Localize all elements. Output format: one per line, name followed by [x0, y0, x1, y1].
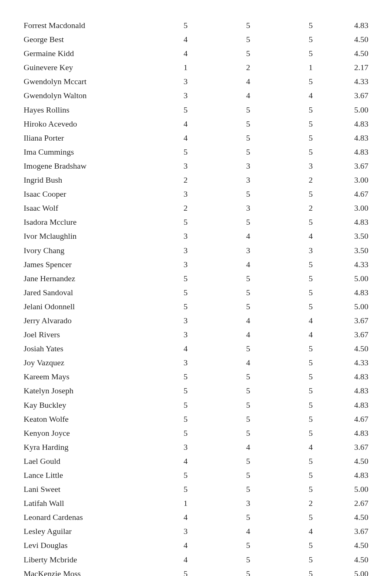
value-cell: 5: [127, 103, 189, 117]
value-cell: 5: [127, 384, 189, 398]
value-cell: 5: [252, 342, 314, 356]
value-cell: 4: [127, 342, 189, 356]
name-cell: Josiah Yates: [22, 342, 127, 356]
value-cell: 5: [189, 567, 252, 576]
name-cell: Kyra Harding: [22, 440, 127, 454]
value-cell: 5: [252, 370, 314, 384]
value-cell: 3: [252, 159, 314, 173]
value-cell: 5: [252, 272, 314, 286]
value-cell: 5: [127, 370, 189, 384]
value-cell: 5: [252, 18, 314, 32]
name-cell: Lael Gould: [22, 454, 127, 468]
value-cell: 3: [127, 356, 189, 370]
name-cell: James Spencer: [22, 258, 127, 272]
value-cell: 3.00: [314, 173, 370, 187]
value-cell: 3: [189, 159, 252, 173]
name-cell: Ima Cummings: [22, 145, 127, 159]
value-cell: 5: [252, 553, 314, 567]
table-row: Jared Sandoval5554.83: [22, 286, 370, 300]
value-cell: 5: [189, 426, 252, 440]
value-cell: 4.83: [314, 286, 370, 300]
value-cell: 5: [189, 538, 252, 552]
value-cell: 5: [127, 567, 189, 576]
value-cell: 1: [127, 61, 189, 75]
value-cell: 4: [189, 356, 252, 370]
name-cell: Keaton Wolfe: [22, 412, 127, 426]
value-cell: 5: [189, 398, 252, 412]
value-cell: 2: [252, 201, 314, 215]
table-row: Keaton Wolfe5554.67: [22, 412, 370, 426]
value-cell: 2: [127, 173, 189, 187]
value-cell: 5: [252, 75, 314, 89]
value-cell: 4.83: [314, 384, 370, 398]
name-cell: Isaac Cooper: [22, 187, 127, 201]
value-cell: 3.67: [314, 159, 370, 173]
value-cell: 5: [252, 131, 314, 145]
value-cell: 5: [127, 272, 189, 286]
value-cell: 5: [252, 384, 314, 398]
value-cell: 4: [189, 328, 252, 342]
table-row: James Spencer3454.33: [22, 258, 370, 272]
value-cell: 3: [127, 159, 189, 173]
table-row: Lael Gould4554.50: [22, 454, 370, 468]
value-cell: 5.00: [314, 300, 370, 314]
table-row: Ingrid Bush2323.00: [22, 173, 370, 187]
value-cell: 5: [252, 300, 314, 314]
table-row: Levi Douglas4554.50: [22, 538, 370, 552]
name-cell: Ingrid Bush: [22, 173, 127, 187]
table-row: Josiah Yates4554.50: [22, 342, 370, 356]
table-row: Kay Buckley5554.83: [22, 398, 370, 412]
value-cell: 5: [252, 510, 314, 524]
value-cell: 5: [252, 145, 314, 159]
value-cell: 5: [189, 131, 252, 145]
value-cell: 4: [189, 229, 252, 243]
name-cell: Levi Douglas: [22, 538, 127, 552]
value-cell: 5: [189, 510, 252, 524]
value-cell: 4: [127, 553, 189, 567]
value-cell: 5: [252, 356, 314, 370]
value-cell: 5: [189, 342, 252, 356]
table-row: Joy Vazquez3454.33: [22, 356, 370, 370]
value-cell: 4.83: [314, 215, 370, 229]
value-cell: 5: [252, 567, 314, 576]
name-cell: Ivory Chang: [22, 244, 127, 258]
value-cell: 4: [252, 524, 314, 538]
name-cell: Latifah Wall: [22, 496, 127, 510]
value-cell: 3: [252, 244, 314, 258]
table-row: Katelyn Joseph5554.83: [22, 384, 370, 398]
value-cell: 4: [127, 32, 189, 46]
name-cell: George Best: [22, 32, 127, 46]
value-cell: 4.33: [314, 356, 370, 370]
value-cell: 4.50: [314, 46, 370, 61]
table-row: MacKenzie Moss5555.00: [22, 567, 370, 576]
table-row: Lance Little5554.83: [22, 468, 370, 482]
value-cell: 5: [189, 145, 252, 159]
value-cell: 5: [189, 18, 252, 32]
value-cell: 3: [189, 244, 252, 258]
name-cell: Germaine Kidd: [22, 46, 127, 61]
value-cell: 2.17: [314, 61, 370, 75]
table-row: Forrest Macdonald5554.83: [22, 18, 370, 32]
value-cell: 2: [252, 173, 314, 187]
name-cell: Guinevere Key: [22, 61, 127, 75]
value-cell: 5: [189, 300, 252, 314]
value-cell: 4: [127, 131, 189, 145]
value-cell: 5: [189, 553, 252, 567]
table-row: Gwendolyn Walton3443.67: [22, 89, 370, 103]
value-cell: 4.50: [314, 32, 370, 46]
value-cell: 5: [252, 46, 314, 61]
value-cell: 5: [189, 32, 252, 46]
name-cell: Leonard Cardenas: [22, 510, 127, 524]
value-cell: 3: [127, 524, 189, 538]
value-cell: 5: [252, 32, 314, 46]
name-cell: Jared Sandoval: [22, 286, 127, 300]
name-cell: Hiroko Acevedo: [22, 117, 127, 131]
value-cell: 2: [189, 61, 252, 75]
value-cell: 4.50: [314, 538, 370, 552]
value-cell: 5: [189, 103, 252, 117]
table-row: Ivor Mclaughlin3443.50: [22, 229, 370, 243]
value-cell: 5: [189, 468, 252, 482]
value-cell: 4: [252, 440, 314, 454]
name-cell: Kenyon Joyce: [22, 426, 127, 440]
value-cell: 3.67: [314, 440, 370, 454]
